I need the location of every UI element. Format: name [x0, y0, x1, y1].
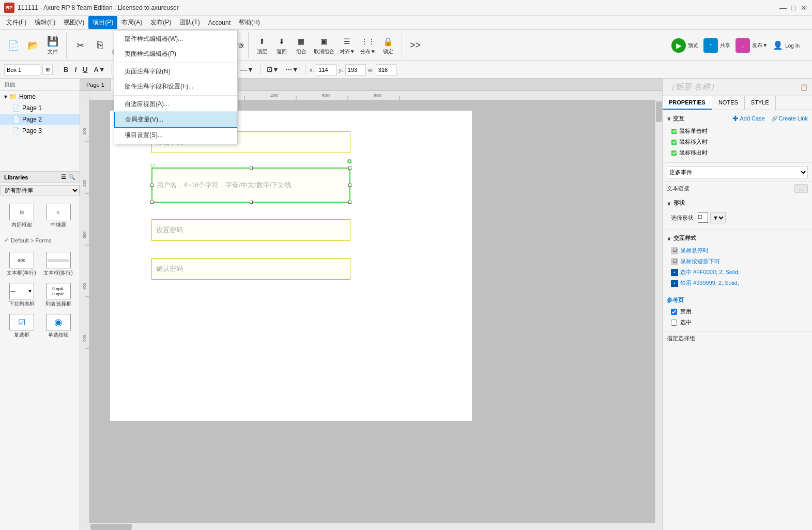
add-case-button[interactable]: ✚ Add Case	[732, 114, 764, 123]
lib-item-radio[interactable]: ◉ 单选按钮	[41, 312, 75, 341]
shape-dropdown[interactable]: ▼	[710, 212, 726, 223]
library-select[interactable]: 所有部件库	[0, 185, 80, 195]
field-username[interactable]: ▽ 用户名，4~16个字符，字母/中文/数字/下划线	[151, 168, 350, 203]
interaction-style-section: ∨ 交互样式 ☐ 鼠标悬停时 ☐ 鼠标按键按下时 ▪ 选中 #FF0000; 2…	[663, 230, 812, 293]
listbox-label: 列表选择框	[45, 300, 71, 308]
page-item-home[interactable]: ▾ 📁 Home	[0, 91, 80, 102]
toolbar-align-btn[interactable]: ☰ 对齐▼	[338, 34, 357, 57]
toolbar-share-btn[interactable]: ↑ 共享	[701, 34, 732, 57]
border-style-btn[interactable]: —▼	[238, 65, 256, 74]
x-input[interactable]	[316, 64, 336, 75]
y-input[interactable]	[345, 64, 366, 75]
style-disabled[interactable]: ▪ 禁用 #999999; 2; Solid;	[667, 278, 808, 289]
toolbar-publish-btn[interactable]: ↓ 发布▼	[733, 34, 770, 57]
menu-edit[interactable]: 编辑(E)	[30, 16, 59, 29]
menu-layout[interactable]: 布局(A)	[117, 16, 146, 29]
scrollbar-v[interactable]	[655, 100, 662, 523]
w-input[interactable]	[376, 64, 396, 75]
event-mouseout[interactable]: 鼠标移出时	[667, 147, 808, 158]
menu-team[interactable]: 团队(T)	[175, 16, 204, 29]
widget-name-input[interactable]	[4, 64, 40, 75]
rotate-handle[interactable]	[347, 159, 351, 163]
page-item-page3[interactable]: 📄 Page 3	[0, 125, 80, 137]
checkbox-disabled[interactable]	[671, 309, 677, 315]
toolbar-preview-btn[interactable]: ▶ 预览	[669, 34, 700, 57]
lib-item-repeater[interactable]: ≡ 中继器	[41, 202, 75, 231]
page-item-page2[interactable]: 📄 Page 2	[0, 114, 80, 125]
toolbar-lock-btn[interactable]: 🔒 锁定	[379, 34, 397, 57]
event-click[interactable]: 鼠标单击时	[667, 126, 808, 137]
page-item-page1[interactable]: 📄 Page 1	[0, 102, 80, 114]
toolbar-ungroup-btn[interactable]: ▣ 取消组合	[312, 34, 336, 57]
toolbar-top-btn[interactable]: ⬆ 顶层	[253, 34, 271, 57]
dropdown-widget-style-editor[interactable]: 部件样式编辑器(W)...	[114, 32, 237, 47]
toolbar-back-btn[interactable]: ⬇ 返回	[272, 34, 291, 57]
inspector-header-icon[interactable]: 📋	[800, 84, 808, 91]
lib-search-icon[interactable]: 🔍	[68, 174, 75, 180]
menu-account[interactable]: Account	[204, 17, 235, 28]
menu-publish[interactable]: 发布(P)	[146, 16, 175, 29]
minimize-button[interactable]: —	[779, 4, 787, 12]
canvas-tab-page1[interactable]: Page 1	[80, 79, 111, 91]
italic-btn[interactable]: I	[72, 65, 79, 74]
scrollbar-h-row	[80, 523, 662, 530]
toolbar-open-btn[interactable]: 📂	[24, 34, 42, 57]
checkbox-disabled-row: 禁用	[667, 306, 808, 317]
tab-notes[interactable]: NOTES	[712, 96, 745, 110]
widget-icon-btn[interactable]: ⊞	[42, 65, 53, 75]
lib-menu-icon[interactable]: ☰	[61, 174, 66, 180]
tab-style[interactable]: STYLE	[745, 96, 776, 110]
toolbar-file-group: 📄 📂 💾 文件	[4, 33, 67, 58]
create-link-button[interactable]: 🔗 Create Link	[771, 115, 808, 122]
maximize-button[interactable]: □	[789, 4, 798, 12]
dropdown-widget-notes[interactable]: 部件注释字段和设置(F)...	[114, 79, 237, 94]
underline-btn[interactable]: U	[81, 65, 89, 74]
text-link-button[interactable]: ...	[794, 184, 808, 193]
checkbox-selected[interactable]	[671, 320, 677, 326]
more-events-select[interactable]: 更多事件	[667, 166, 808, 178]
lib-item-innerframe[interactable]: ⊞ 内部框架	[4, 202, 39, 231]
toolbar-copy-btn[interactable]: ⎘	[90, 34, 109, 57]
scrollbar-h[interactable]	[89, 523, 662, 530]
mousedown-style-label: 鼠标按键按下时	[680, 258, 720, 265]
bold-btn[interactable]: B	[62, 65, 70, 74]
tab-properties[interactable]: PROPERTIES	[663, 96, 712, 110]
lib-item-textbox-multi[interactable]: 文本框(多行)	[41, 250, 75, 279]
toolbar-new-btn[interactable]: 📄	[4, 34, 23, 57]
lib-item-checkbox[interactable]: ☑ 复选框	[4, 312, 39, 341]
menu-view[interactable]: 视图(V)	[59, 16, 88, 29]
event-mouseover[interactable]: 鼠标移入时	[667, 137, 808, 147]
lib-item-textbox-single[interactable]: abc 文本框(单行)	[4, 250, 39, 279]
shadow-btn[interactable]: ⊡▼	[265, 65, 281, 74]
dropdown-global-variables[interactable]: 全局变量(V)...	[114, 112, 237, 128]
close-button[interactable]: ✕	[800, 4, 808, 12]
menu-project[interactable]: 项目(P)	[88, 16, 117, 29]
dropdown-adaptive-view[interactable]: 自适应视图(A)...	[114, 97, 237, 112]
lib-item-listbox[interactable]: □ opt1□ opt2 列表选择框	[41, 281, 75, 310]
toolbar-login-btn[interactable]: 👤 Log In	[771, 34, 802, 57]
dropdown-page-notes[interactable]: 页面注释字段(N)	[114, 64, 237, 79]
field-password[interactable]: 设置密码	[151, 219, 350, 241]
scroll-thumb-h[interactable]	[90, 524, 132, 530]
more-format-btn[interactable]: ⋯▼	[283, 65, 301, 74]
dropdown-page-style-editor[interactable]: 页面样式编辑器(P)	[114, 47, 237, 62]
toolbar-more-btn[interactable]: >>	[406, 34, 425, 57]
canvas-workspace[interactable]: 邮箱手机 ▽	[89, 100, 655, 523]
font-color-btn[interactable]: A▼	[91, 65, 107, 74]
toolbar-distribute-btn[interactable]: ⋮⋮ 分布▼	[358, 34, 378, 57]
menu-file[interactable]: 文件(F)	[2, 16, 30, 29]
toolbar-group-btn[interactable]: ▦ 组合	[292, 34, 311, 57]
menu-help[interactable]: 帮助(H)	[235, 16, 264, 29]
field-confirm-password[interactable]: 确认密码	[151, 258, 350, 280]
scroll-thumb-v[interactable]	[656, 101, 662, 122]
lib-item-dropdown[interactable]: —▼ 下拉列表框	[4, 281, 39, 310]
dropdown-project-settings[interactable]: 项目设置(S)...	[114, 128, 237, 143]
back-label: 返回	[277, 48, 287, 55]
style-hover[interactable]: ☐ 鼠标悬停时	[667, 245, 808, 256]
ref-title[interactable]: 参考页	[667, 296, 808, 304]
toolbar-cut-btn[interactable]: ✂	[71, 34, 89, 57]
style-mousedown[interactable]: ☐ 鼠标按键按下时	[667, 256, 808, 267]
style-selected[interactable]: ▪ 选中 #FF0000; 2; Solid;	[667, 267, 808, 278]
toolbar-save-btn[interactable]: 💾 文件	[43, 34, 62, 57]
group-icon: ▦	[295, 35, 308, 48]
